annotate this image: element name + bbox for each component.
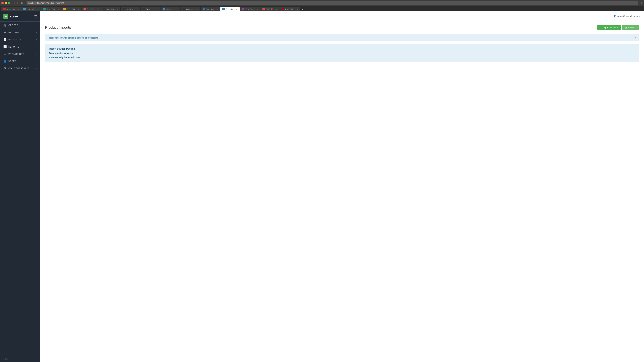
- sidebar-item-configurations[interactable]: ⚙ CONFIGURATIONS ‹: [0, 65, 40, 72]
- tab-close-spree-t[interactable]: ×: [97, 8, 98, 10]
- page-header: Product Imports ⬆ Import Products ▦ Prod…: [45, 25, 639, 30]
- browser-action-buttons: ☆: [640, 2, 643, 4]
- tab-close-github1[interactable]: ×: [116, 8, 118, 10]
- tab-close-youtube[interactable]: ×: [276, 8, 278, 10]
- tab-label-spark2: Spark Sol...: [67, 8, 76, 10]
- top-nav: 👤 spree@example.com ▾: [40, 11, 644, 21]
- tab-favicon-github2: [122, 8, 125, 10]
- import-status-label: Import Status:: [49, 47, 65, 50]
- alert-close-button[interactable]: ×: [635, 36, 636, 39]
- page-body: Product Imports ⬆ Import Products ▦ Prod…: [40, 21, 644, 66]
- tab-label-github2: mercyose...: [126, 8, 136, 10]
- tab-close-spree-a2[interactable]: ×: [236, 8, 238, 10]
- alert-text: Please refresh while status is pending o…: [48, 36, 98, 39]
- tab-favicon-spree-a1: [202, 8, 205, 10]
- success-rows-label: Successfully imported rows:: [49, 56, 81, 59]
- url-text: localhost:3000/admin/product_imports/2: [28, 2, 64, 4]
- browser-tab-errhand[interactable]: Error Han... ×: [141, 7, 160, 11]
- app-wrapper: ✦ spree ☰ 🛒 ORDERS ↩ RETURNS ‹ 📄 PRODUCT…: [0, 11, 644, 362]
- browser-tab-github2[interactable]: mercyose... ×: [120, 7, 140, 11]
- tab-close-spark2[interactable]: ×: [77, 8, 79, 10]
- tab-close-sidekiq[interactable]: ×: [176, 8, 178, 10]
- tab-label-youtube: DMW 🔇...: [266, 8, 275, 10]
- forward-button[interactable]: ›: [16, 1, 19, 5]
- nav-chevron-returns: ‹: [36, 31, 37, 34]
- window-maximize-button[interactable]: [8, 2, 10, 4]
- browser-tab-spark1[interactable]: Spark Sol... ×: [41, 7, 61, 11]
- reload-button[interactable]: ↻: [20, 1, 24, 5]
- browser-tab-spree-t[interactable]: Spree Te... ×: [82, 7, 100, 11]
- user-info[interactable]: 👤 spree@example.com ▾: [613, 15, 640, 17]
- tab-close-spark1[interactable]: ×: [57, 8, 59, 10]
- address-bar[interactable]: localhost:3000/admin/product_imports/2: [26, 1, 638, 5]
- browser-tab-letter[interactable]: Letter - G... ×: [21, 7, 41, 11]
- nav-chevron-products: ‹: [36, 38, 37, 41]
- tab-close-spree-a1[interactable]: ×: [216, 8, 218, 10]
- browser-tab-spark2[interactable]: Spark Sol... ×: [62, 7, 81, 11]
- sidebar-item-reports[interactable]: 📊 REPORTS: [0, 43, 40, 50]
- nav-label-returns: RETURNS: [8, 31, 34, 34]
- user-email: spree@example.com: [617, 15, 638, 17]
- user-dropdown-icon: ▾: [639, 15, 640, 17]
- browser-tab-rails[interactable]: Rails Side... ×: [280, 7, 300, 11]
- total-rows-label: Total number of rows:: [49, 52, 74, 54]
- tab-favicon-sidekiq: [163, 8, 165, 10]
- products-label: Products: [628, 26, 636, 29]
- tab-favicon-view: [242, 8, 244, 10]
- nav-chevron-promotions: ‹: [36, 53, 37, 55]
- tab-close-github3[interactable]: ×: [196, 8, 198, 10]
- nav-icon-promotions: 🏷: [3, 52, 6, 55]
- tab-label-rails: Rails Side...: [285, 8, 295, 10]
- import-products-button[interactable]: ⬆ Import Products: [598, 25, 621, 30]
- browser-tab-spree-a1[interactable]: Spree Ad... ×: [200, 7, 220, 11]
- tab-favicon-spree-t: [84, 8, 86, 10]
- tab-favicon-github1: [103, 8, 105, 10]
- page-title: Product Imports: [45, 25, 71, 30]
- user-icon: 👤: [613, 15, 616, 17]
- sidebar-item-users[interactable]: 👤 USERS: [0, 57, 40, 65]
- nav-label-promotions: PROMOTIONS: [8, 53, 34, 55]
- success-rows-row: Successfully imported rows:: [49, 56, 635, 59]
- tab-close-letter[interactable]: ×: [37, 8, 39, 10]
- tab-close-rails[interactable]: ×: [296, 8, 298, 10]
- sidebar-item-promotions[interactable]: 🏷 PROMOTIONS ‹: [0, 50, 40, 57]
- tab-close-novoref[interactable]: ×: [17, 8, 19, 10]
- tab-label-spree-t: Spree Te...: [87, 8, 96, 10]
- new-tab-button[interactable]: +: [300, 8, 305, 11]
- window-minimize-button[interactable]: [5, 2, 7, 4]
- tab-label-spark1: Spark Sol...: [46, 8, 56, 10]
- window-close-button[interactable]: [1, 2, 4, 4]
- sidebar-item-orders[interactable]: 🛒 ORDERS: [0, 22, 40, 29]
- browser-tab-sidekiq[interactable]: sidekiq_o... ×: [161, 7, 180, 11]
- spree-logo-text: spree: [10, 15, 18, 18]
- tab-favicon-spark2: [64, 8, 66, 10]
- browser-tab-view[interactable]: View Cust... ×: [240, 7, 260, 11]
- browser-tab-youtube[interactable]: DMW 🔇... ×: [260, 7, 280, 11]
- sidebar-item-returns[interactable]: ↩ RETURNS ‹: [0, 29, 40, 36]
- sidebar-item-products[interactable]: 📄 PRODUCTS ‹: [0, 36, 40, 43]
- products-button[interactable]: ▦ Products: [622, 25, 639, 30]
- tab-favicon-rails: [282, 8, 284, 10]
- tab-favicon-youtube: [262, 8, 265, 10]
- hamburger-button[interactable]: ☰: [34, 14, 37, 18]
- import-products-icon: ⬆: [600, 26, 602, 29]
- bookmark-button[interactable]: ☆: [640, 2, 643, 4]
- status-card: Import Status: Pending Total number of r…: [45, 44, 639, 62]
- browser-navigation: ‹ › ↻: [13, 1, 24, 5]
- tab-label-github1: spree/tax...: [106, 8, 116, 10]
- back-button[interactable]: ‹: [13, 1, 16, 5]
- tab-favicon-spree-a2: [222, 8, 225, 10]
- main-content: 👤 spree@example.com ▾ Product Imports ⬆ …: [40, 11, 644, 362]
- browser-tab-spree-a2[interactable]: Spree Ad... ×: [220, 7, 240, 11]
- tab-close-errhand[interactable]: ×: [157, 8, 158, 10]
- browser-tab-github1[interactable]: spree/tax... ×: [101, 7, 120, 11]
- tab-label-view: View Cust...: [245, 8, 255, 10]
- tab-close-github2[interactable]: ×: [136, 8, 138, 10]
- nav-label-users: USERS: [8, 60, 37, 62]
- browser-window-controls: [1, 2, 10, 4]
- tab-label-letter: Letter - G...: [27, 8, 36, 10]
- browser-tab-novoref[interactable]: Novorésu... ×: [1, 7, 21, 11]
- tab-label-github3: Authorize...: [186, 8, 196, 10]
- tab-close-view[interactable]: ×: [256, 8, 258, 10]
- browser-tab-github3[interactable]: Authorize... ×: [181, 7, 200, 11]
